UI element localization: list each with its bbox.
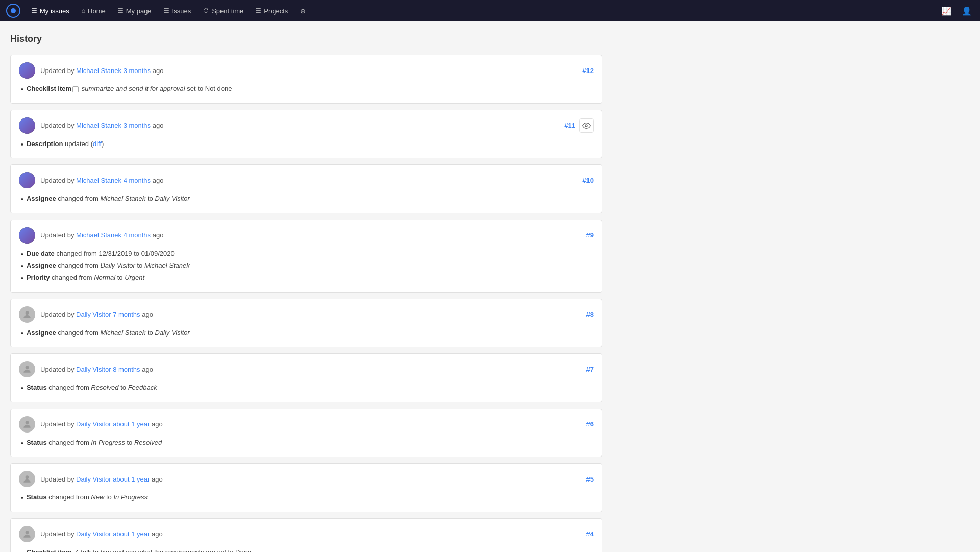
svg-point-5 bbox=[26, 531, 29, 534]
nav-my-issues-label: My issues bbox=[40, 7, 69, 15]
nav-spent-time-label: Spent time bbox=[212, 7, 243, 15]
home-icon: ⌂ bbox=[82, 7, 85, 14]
entry-header-right: #4 bbox=[586, 530, 594, 538]
entry-changes: • Checklist item ✓ talk to him and see w… bbox=[19, 547, 594, 552]
eye-button[interactable] bbox=[579, 118, 594, 133]
author-link[interactable]: Michael Stanek bbox=[76, 122, 121, 129]
time-ago-link[interactable]: 4 months bbox=[124, 177, 151, 184]
entry-header: Updated by Michael Stanek 4 months ago #… bbox=[19, 227, 594, 244]
entry-changes: • Assignee changed from Michael Stanek t… bbox=[19, 328, 594, 340]
nav-my-issues[interactable]: ☰ My issues bbox=[27, 5, 75, 17]
entry-meta: Updated by Daily Visitor 8 months ago bbox=[40, 366, 153, 373]
nav-issues[interactable]: ☰ Issues bbox=[159, 5, 197, 17]
entry-changes: • Checklist item summarize and send it f… bbox=[19, 84, 594, 96]
entry-id[interactable]: #10 bbox=[582, 177, 594, 184]
checkbox-icon bbox=[72, 86, 79, 92]
change-static-text-after: ) bbox=[102, 140, 104, 148]
change-from-value: New bbox=[91, 493, 104, 501]
user-icon[interactable]: 👤 bbox=[960, 4, 974, 18]
change-item: • Priority changed from Normal to Urgent bbox=[21, 273, 594, 285]
change-text: Assignee changed from Michael Stanek to … bbox=[27, 195, 190, 202]
entry-id[interactable]: #9 bbox=[586, 231, 594, 239]
bullet: • bbox=[21, 250, 23, 260]
entry-id[interactable]: #12 bbox=[582, 67, 594, 75]
entry-id[interactable]: #8 bbox=[586, 310, 594, 318]
entry-changes: • Status changed from New to In Progress bbox=[19, 492, 594, 505]
bullet: • bbox=[21, 439, 23, 449]
time-ago-link[interactable]: 3 months bbox=[124, 122, 151, 129]
author-link[interactable]: Daily Visitor bbox=[76, 530, 111, 538]
time-ago-link[interactable]: about 1 year bbox=[113, 420, 150, 428]
change-static-text: changed from 12/31/2019 to 01/09/2020 bbox=[55, 250, 175, 257]
time-ago-link[interactable]: 7 months bbox=[113, 310, 140, 318]
author-link[interactable]: Michael Stanek bbox=[76, 231, 121, 239]
change-from-value: Michael Stanek bbox=[100, 195, 145, 202]
navbar: ☰ My issues ⌂ Home ☰ My page ☰ Issues ⏱ … bbox=[0, 0, 980, 21]
entry-id[interactable]: #5 bbox=[586, 475, 594, 483]
nav-my-page[interactable]: ☰ My page bbox=[113, 5, 157, 17]
time-ago-link[interactable]: 8 months bbox=[113, 366, 140, 373]
change-item: • Checklist item summarize and send it f… bbox=[21, 84, 594, 96]
change-item: • Status changed from New to In Progress bbox=[21, 492, 594, 505]
change-field: Checklist item bbox=[27, 85, 71, 92]
change-field: Assignee bbox=[27, 195, 56, 202]
nav-projects[interactable]: ☰ Projects bbox=[251, 5, 293, 17]
time-ago-link[interactable]: about 1 year bbox=[113, 475, 150, 483]
change-value: summarize and send it for approval bbox=[82, 85, 185, 92]
issues-icon: ☰ bbox=[164, 7, 169, 14]
app-logo[interactable] bbox=[6, 4, 20, 18]
entry-changes: • Assignee changed from Michael Stanek t… bbox=[19, 194, 594, 206]
my-issues-icon: ☰ bbox=[32, 7, 37, 14]
svg-point-1 bbox=[26, 311, 29, 315]
author-link[interactable]: Daily Visitor bbox=[76, 475, 111, 483]
change-from-text: changed from bbox=[56, 261, 101, 269]
change-to-text: to bbox=[135, 261, 144, 269]
time-ago-link[interactable]: 4 months bbox=[124, 231, 151, 239]
entry-id[interactable]: #6 bbox=[586, 420, 594, 428]
nav-add[interactable]: ⊕ bbox=[295, 5, 311, 17]
entry-id[interactable]: #11 bbox=[564, 122, 575, 129]
diff-link[interactable]: diff bbox=[93, 140, 102, 148]
chart-icon[interactable]: 📈 bbox=[939, 4, 953, 18]
entry-header-left: Updated by Daily Visitor 8 months ago bbox=[19, 361, 153, 377]
author-link[interactable]: Michael Stanek bbox=[76, 177, 121, 184]
entry-header: Updated by Daily Visitor 8 months ago #7 bbox=[19, 361, 594, 377]
entry-meta: Updated by Michael Stanek 4 months ago bbox=[40, 231, 163, 239]
history-entry: Updated by Daily Visitor about 1 year ag… bbox=[10, 409, 602, 458]
nav-home-label: Home bbox=[88, 7, 106, 15]
change-field: Status bbox=[27, 383, 47, 391]
change-to-value: Urgent bbox=[125, 274, 144, 281]
entry-header-right: #5 bbox=[586, 475, 594, 483]
nav-my-page-label: My page bbox=[126, 7, 152, 15]
entry-header-right: #11 bbox=[564, 118, 594, 133]
change-text: Description updated (diff) bbox=[27, 140, 104, 148]
entry-changes: • Due date changed from 12/31/2019 to 01… bbox=[19, 249, 594, 285]
change-from-text: changed from bbox=[47, 439, 91, 446]
change-from-value: Normal bbox=[94, 274, 115, 281]
change-text: Checklist item ✓ talk to him and see wha… bbox=[27, 548, 251, 552]
change-item: • Due date changed from 12/31/2019 to 01… bbox=[21, 249, 594, 261]
nav-home[interactable]: ⌂ Home bbox=[77, 5, 111, 17]
entry-id[interactable]: #7 bbox=[586, 366, 594, 373]
time-ago-link[interactable]: about 1 year bbox=[113, 530, 150, 538]
entry-header: Updated by Michael Stanek 4 months ago #… bbox=[19, 172, 594, 188]
bullet: • bbox=[21, 274, 23, 284]
change-static-text: ✓ talk to him and see what the requireme… bbox=[71, 548, 251, 552]
author-link[interactable]: Daily Visitor bbox=[76, 420, 111, 428]
entry-header-left: Updated by Michael Stanek 3 months ago bbox=[19, 62, 163, 79]
author-link[interactable]: Daily Visitor bbox=[76, 310, 111, 318]
change-field: Due date bbox=[27, 250, 55, 257]
change-static-text: updated ( bbox=[63, 140, 93, 148]
change-text: Status changed from Resolved to Feedback bbox=[27, 383, 157, 391]
time-ago-link[interactable]: 3 months bbox=[124, 67, 151, 75]
entry-id[interactable]: #4 bbox=[586, 530, 594, 538]
change-text: Status changed from New to In Progress bbox=[27, 493, 148, 501]
entry-meta: Updated by Daily Visitor 7 months ago bbox=[40, 310, 153, 318]
change-item: • Assignee changed from Michael Stanek t… bbox=[21, 328, 594, 340]
nav-spent-time[interactable]: ⏱ Spent time bbox=[198, 5, 249, 17]
author-link[interactable]: Daily Visitor bbox=[76, 366, 111, 373]
author-link[interactable]: Michael Stanek bbox=[76, 67, 121, 75]
entry-header: Updated by Daily Visitor about 1 year ag… bbox=[19, 416, 594, 433]
change-item: • Assignee changed from Michael Stanek t… bbox=[21, 194, 594, 206]
entry-header-left: Updated by Daily Visitor about 1 year ag… bbox=[19, 416, 163, 433]
